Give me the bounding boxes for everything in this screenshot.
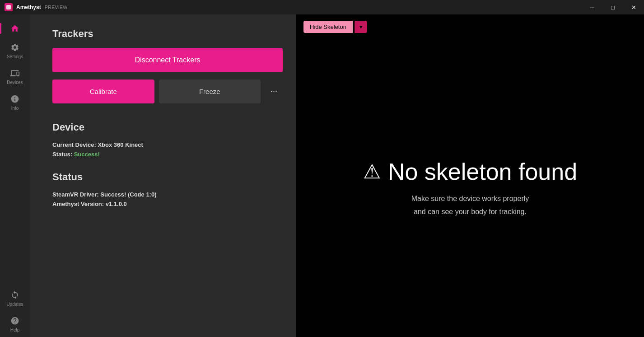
hide-skeleton-dropdown-button[interactable]: ▾: [355, 21, 367, 33]
help-icon: [10, 316, 20, 326]
current-device-label: Current Device: Xbox 360 Kinect: [52, 141, 283, 148]
app-preview-badge: PREVIEW: [45, 5, 68, 10]
sidebar-devices-label: Devices: [7, 80, 23, 85]
steamvr-driver-label: SteamVR Driver: Success! (Code 1:0): [52, 191, 283, 198]
sidebar-item-devices[interactable]: Devices: [0, 64, 30, 89]
sidebar-item-help[interactable]: Help: [0, 311, 30, 337]
updates-icon: [10, 290, 20, 300]
skeleton-toolbar: Hide Skeleton ▾: [296, 14, 644, 39]
skeleton-view: Hide Skeleton ▾ ⚠ No skeleton found Make…: [296, 14, 644, 337]
sidebar-help-label: Help: [10, 328, 20, 332]
home-icon: [10, 23, 20, 33]
sidebar-info-label: Info: [11, 106, 19, 111]
sidebar-item-settings[interactable]: Settings: [0, 38, 30, 64]
no-skeleton-subtitle: Make sure the device works properly and …: [411, 192, 529, 219]
disconnect-trackers-button[interactable]: Disconnect Trackers: [52, 48, 283, 72]
sidebar-item-updates[interactable]: Updates: [0, 286, 30, 311]
hide-skeleton-button[interactable]: Hide Skeleton: [303, 21, 353, 33]
titlebar: Amethyst PREVIEW ─ □ ✕: [0, 0, 644, 14]
trackers-title: Trackers: [52, 28, 283, 40]
sidebar-settings-label: Settings: [7, 54, 23, 59]
minimize-button[interactable]: ─: [582, 0, 602, 14]
content-panel: Trackers Disconnect Trackers Calibrate F…: [30, 14, 296, 337]
warning-icon: ⚠: [363, 160, 381, 183]
calibrate-button[interactable]: Calibrate: [52, 80, 154, 103]
app-title: Amethyst: [16, 4, 41, 10]
app-icon: [5, 3, 13, 11]
action-row: Calibrate Freeze ···: [52, 80, 283, 103]
status-section: Status SteamVR Driver: Success! (Code 1:…: [52, 171, 283, 207]
amethyst-version-label: Amethyst Version: v1.1.0.0: [52, 201, 283, 207]
info-icon: [10, 94, 20, 104]
sidebar-item-info[interactable]: Info: [0, 89, 30, 115]
window-controls: ─ □ ✕: [582, 0, 644, 14]
maximize-button[interactable]: □: [602, 0, 623, 14]
devices-icon: [10, 68, 20, 78]
settings-icon: [10, 42, 20, 52]
status-title: Status: [52, 171, 283, 183]
no-skeleton-message: ⚠ No skeleton found Make sure the device…: [296, 39, 644, 337]
sidebar-item-home[interactable]: [0, 19, 30, 38]
no-skeleton-title: ⚠ No skeleton found: [363, 158, 577, 185]
device-status-value: Success!: [74, 151, 100, 158]
more-options-button[interactable]: ···: [265, 82, 283, 101]
device-title: Device: [52, 122, 283, 133]
sidebar-updates-label: Updates: [6, 302, 23, 307]
close-button[interactable]: ✕: [623, 0, 644, 14]
sidebar: Settings Devices Info: [0, 14, 30, 337]
device-section: Device Current Device: Xbox 360 Kinect S…: [52, 122, 283, 158]
main-layout: Settings Devices Info: [0, 14, 644, 337]
titlebar-left: Amethyst PREVIEW: [5, 3, 67, 11]
freeze-button[interactable]: Freeze: [159, 80, 261, 103]
status-label: Status: Success!: [52, 151, 283, 158]
no-skeleton-title-text: No skeleton found: [388, 158, 577, 185]
